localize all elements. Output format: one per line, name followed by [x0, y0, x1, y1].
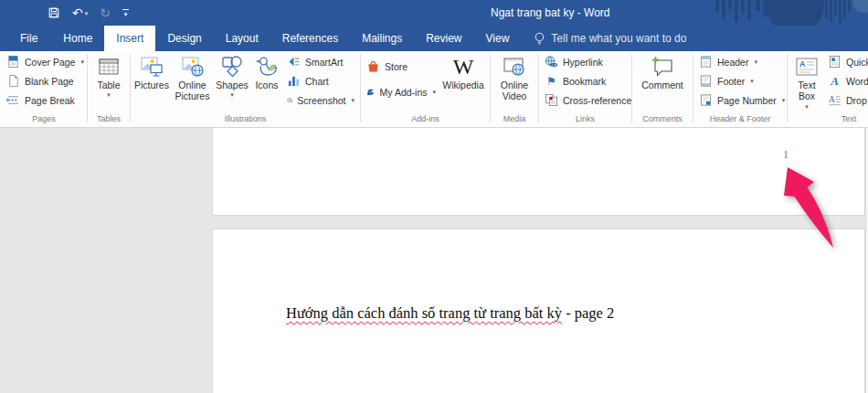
- shapes-dropdown-icon: ▾: [230, 91, 234, 99]
- ribbon-insert: Cover Page ▾ Blank Page: [0, 51, 868, 128]
- footer-icon: [699, 74, 713, 88]
- table-dropdown-icon: ▾: [107, 91, 111, 99]
- group-addins: Store My Add-ins ▾ W Wikipedia: [363, 51, 488, 127]
- wordart-button[interactable]: A WordArt: [824, 71, 868, 90]
- store-button[interactable]: Store: [363, 57, 439, 76]
- bookmark-button[interactable]: ⚑ Bookmark: [541, 71, 609, 90]
- wordart-label: WordArt: [846, 76, 868, 87]
- blank-page-button[interactable]: Blank Page: [3, 71, 78, 90]
- save-button[interactable]: [48, 6, 60, 19]
- wikipedia-icon: W: [453, 54, 474, 80]
- undo-dropdown-icon: ▾: [85, 10, 89, 16]
- redo-button[interactable]: ↻: [100, 6, 111, 19]
- smartart-button[interactable]: SmartArt: [283, 52, 358, 71]
- page-number-button[interactable]: Page Number ▾: [695, 90, 789, 110]
- tab-design[interactable]: Design: [155, 26, 213, 51]
- tab-references[interactable]: References: [270, 26, 350, 51]
- document-page-2[interactable]: Hướng dẫn cách đánh số trang từ trang bấ…: [212, 228, 865, 393]
- group-links: Hyperlink ⚑ Bookmark Cross-reference L: [541, 51, 630, 127]
- tell-me-box[interactable]: Tell me what you want to do: [534, 26, 686, 51]
- save-icon: [48, 6, 60, 19]
- group-illustrations: Pictures Online Pictures: [132, 51, 358, 127]
- page-number-dropdown-icon: ▾: [782, 97, 786, 104]
- undo-icon: ↶: [72, 6, 83, 19]
- smartart-label: SmartArt: [305, 57, 343, 68]
- my-addins-button[interactable]: My Add-ins ▾: [363, 82, 439, 101]
- page-break-button[interactable]: Page Break: [3, 90, 79, 110]
- undo-button[interactable]: ↶ ▾: [72, 6, 88, 19]
- screenshot-button[interactable]: Screenshot ▾: [283, 90, 358, 110]
- illustrations-group-label: Illustrations: [132, 111, 358, 127]
- text-box-button[interactable]: A Text Box ▾: [789, 51, 824, 111]
- online-pictures-button[interactable]: Online Pictures: [171, 51, 214, 102]
- word-window: ↶ ▾ ↻ ▾ Ngat trang bat ky - Word: [0, 0, 868, 393]
- wordart-icon: A: [828, 75, 842, 87]
- group-text: A Text Box ▾ Quick Parts: [789, 51, 868, 127]
- group-divider: [693, 54, 693, 122]
- group-divider: [631, 54, 632, 122]
- page-number-value: 1: [783, 148, 789, 162]
- wikipedia-button[interactable]: W Wikipedia: [439, 51, 487, 90]
- text-box-label: Text Box: [789, 80, 824, 102]
- drop-cap-label: Drop Cap: [846, 95, 868, 106]
- tab-insert[interactable]: Insert: [104, 26, 155, 51]
- comment-button[interactable]: Comment: [635, 51, 690, 90]
- header-button[interactable]: Header ▾: [695, 52, 761, 71]
- group-pages: Cover Page ▾ Blank Page: [3, 51, 85, 127]
- hyperlink-button[interactable]: Hyperlink: [541, 52, 607, 71]
- table-button[interactable]: Table ▾: [90, 51, 128, 100]
- group-divider: [787, 54, 788, 122]
- smartart-icon: [287, 55, 301, 69]
- tab-home[interactable]: Home: [51, 26, 104, 51]
- svg-text:A: A: [829, 95, 835, 104]
- chart-label: Chart: [305, 76, 329, 87]
- footer-button[interactable]: Footer ▾: [695, 71, 757, 90]
- quick-parts-button[interactable]: Quick Parts: [824, 52, 868, 71]
- store-label: Store: [385, 61, 408, 72]
- pictures-label: Pictures: [134, 80, 169, 90]
- screenshot-icon: [287, 93, 292, 107]
- tab-layout[interactable]: Layout: [214, 26, 270, 51]
- tab-view[interactable]: View: [474, 26, 522, 51]
- cover-page-button[interactable]: Cover Page ▾: [3, 52, 88, 71]
- pictures-button[interactable]: Pictures: [132, 51, 171, 90]
- tab-mailings[interactable]: Mailings: [350, 26, 414, 51]
- customize-qat-bar: [122, 9, 129, 10]
- text-box-icon: A: [795, 54, 819, 80]
- blank-page-label: Blank Page: [25, 76, 74, 87]
- chart-button[interactable]: Chart: [283, 71, 358, 90]
- cross-reference-icon: [545, 93, 558, 107]
- icons-button[interactable]: Icons: [250, 51, 283, 90]
- shapes-button[interactable]: Shapes ▾: [214, 51, 250, 100]
- cover-page-icon: [6, 55, 20, 69]
- header-dropdown-icon: ▾: [754, 58, 757, 66]
- pictures-icon: [140, 54, 164, 80]
- drop-cap-icon: A: [828, 93, 842, 107]
- comments-group-label: Comments: [634, 111, 691, 127]
- page-break-icon: [6, 93, 20, 107]
- icons-label: Icons: [255, 80, 278, 90]
- chart-icon: [287, 74, 301, 88]
- comment-label: Comment: [641, 80, 683, 90]
- tab-file[interactable]: File: [6, 26, 51, 51]
- drop-cap-button[interactable]: A Drop Cap: [824, 90, 868, 110]
- header-footer-group-label: Header & Footer: [695, 111, 785, 127]
- footer-label: Footer: [717, 76, 745, 87]
- header-icon: [699, 55, 713, 69]
- online-video-icon: [503, 54, 526, 80]
- blank-page-icon: [6, 74, 20, 88]
- tab-review[interactable]: Review: [414, 26, 473, 51]
- group-header-footer: Header ▾ Footer ▾: [695, 51, 785, 127]
- customize-qat-button[interactable]: ▾: [122, 9, 129, 17]
- online-pictures-label: Online Pictures: [171, 80, 214, 102]
- my-addins-icon: [366, 85, 376, 99]
- comment-icon: [650, 54, 675, 80]
- online-video-button[interactable]: Online Video: [493, 51, 535, 102]
- screenshot-label: Screenshot: [297, 95, 345, 106]
- heading-spellchecked-text: Hướng dẫn cách đánh số trang từ trang bấ…: [286, 304, 562, 322]
- svg-text:A: A: [799, 59, 806, 69]
- cross-reference-button[interactable]: Cross-reference: [541, 90, 635, 110]
- document-page-1[interactable]: 1: [212, 128, 865, 216]
- table-icon: [97, 54, 121, 80]
- bookmark-icon: ⚑: [545, 75, 558, 88]
